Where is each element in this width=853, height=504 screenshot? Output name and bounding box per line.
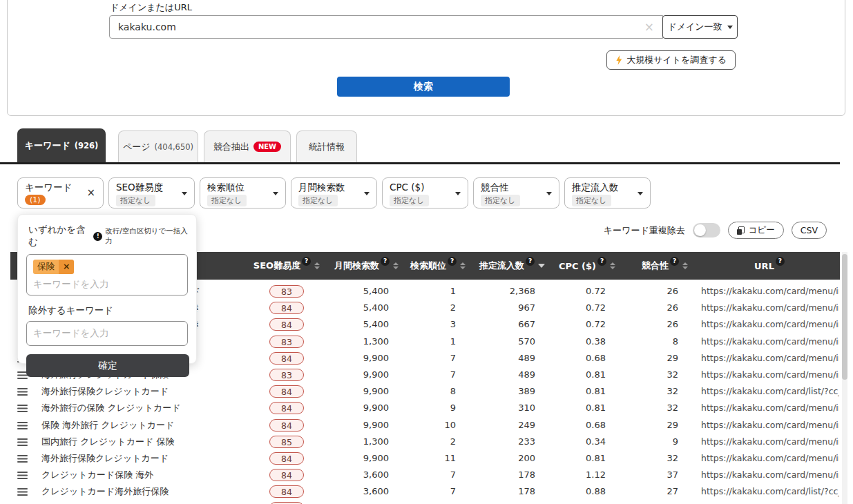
filter-dropdown[interactable]: 推定流入数 指定なし (564, 177, 651, 209)
filter-bar: キーワード (1) × SEO難易度 指定なし 検索順位 指定なし 月 (17, 177, 651, 209)
table-row[interactable]: クレジットカード海外旅行保険 84 3,600 7 178 0.88 27 ht… (10, 483, 840, 500)
table-row[interactable]: 海外旅行保険クレジットカード 84 9,900 8 389 0.81 32 ht… (10, 383, 840, 400)
url-cell[interactable]: https://kakaku.com/card/menu/ins-c (701, 333, 839, 350)
competition-cell: 32 (606, 367, 678, 383)
competition-cell: 26 (606, 316, 678, 333)
search-rank-cell: 7 (389, 350, 456, 367)
url-cell[interactable]: https://kakaku.com/card/menu/ins-c (701, 367, 839, 383)
competition-cell: 27 (606, 483, 678, 500)
keyword-cell: クレジットカード海外旅行保険 (41, 483, 169, 500)
search-rank-cell: 11 (389, 450, 456, 467)
drag-handle-icon[interactable] (17, 388, 28, 389)
search-button[interactable]: 検索 (337, 77, 510, 97)
url-cell[interactable]: https://kakaku.com/card/menu/ins-c (701, 350, 839, 367)
help-icon[interactable]: ? (302, 257, 311, 266)
help-icon[interactable]: ? (381, 257, 390, 266)
search-rank-cell: 10 (389, 417, 456, 434)
table-row[interactable]: 海外旅行保険クレジットカード 84 9,900 11 200 0.81 32 h… (10, 450, 840, 467)
filter-dropdown[interactable]: 検索順位 指定なし (200, 177, 286, 209)
cpc-cell: 0.38 (535, 333, 606, 350)
competition-cell: 29 (606, 417, 678, 434)
search-rank-cell: 3 (389, 316, 456, 333)
filter-value-chip: 指定なし (481, 195, 520, 206)
monthly-volume-cell: 1,300 (314, 434, 389, 450)
help-icon[interactable]: ? (597, 257, 606, 266)
monthly-volume-cell: 9,900 (314, 383, 389, 400)
tab-count: (926) (75, 141, 99, 151)
table-row[interactable]: 84 (10, 500, 840, 504)
url-cell[interactable]: https://kakaku.com/card/menu/ins-c (701, 400, 839, 416)
exclude-keywords-input[interactable]: キーワードを入力 (26, 321, 188, 346)
clear-input-icon[interactable]: × (644, 21, 654, 33)
table-row[interactable]: 国内旅行 クレジットカード 保険 85 1,300 2 233 0.34 9 h… (10, 434, 840, 450)
header-cpc[interactable]: CPC ($) ? (545, 252, 615, 280)
search-rank-cell: 7 (389, 467, 456, 483)
help-icon[interactable]: ? (670, 257, 679, 266)
header-monthly-volume[interactable]: 月間検索数 ? (314, 252, 399, 280)
confirm-button[interactable]: 確定 (26, 354, 189, 377)
cpc-cell: 0.34 (535, 434, 606, 450)
drag-handle-icon[interactable] (17, 488, 28, 490)
filter-dropdown[interactable]: 競合性 指定なし (473, 177, 559, 209)
bulk-input-hint: 改行/空白区切りで一括入力 (105, 226, 189, 246)
competition-cell: 32 (606, 450, 678, 467)
drag-handle-icon[interactable] (17, 438, 28, 440)
large-site-button[interactable]: 大規模サイトを調査する (606, 50, 736, 70)
drag-handle-icon[interactable] (17, 405, 28, 406)
seo-difficulty-badge: 83 (269, 369, 304, 381)
seo-difficulty-badge: 84 (269, 302, 304, 314)
competition-cell: 32 (606, 383, 678, 400)
csv-button[interactable]: CSV (792, 222, 827, 239)
url-cell[interactable]: https://kakaku.com/card/menu/ins-c (701, 467, 839, 483)
url-cell[interactable]: https://kakaku.com/card/menu/ins-c (701, 417, 839, 434)
header-competition[interactable]: 競合性 ? (615, 252, 688, 280)
chevron-down-icon (455, 192, 461, 195)
url-cell[interactable]: https://kakaku.com/card/menu/ins-c (701, 450, 839, 467)
include-keywords-input[interactable]: 保険 × キーワードを入力 (26, 254, 188, 295)
url-cell[interactable]: https://kakaku.com/card/menu/ins-c (701, 316, 839, 333)
chevron-down-icon (364, 192, 370, 195)
table-row[interactable]: 海外旅行の保険 クレジットカード 84 9,900 9 310 0.81 32 … (10, 400, 840, 416)
url-cell[interactable]: https://kakaku.com/card/list/?cc_abi (701, 383, 839, 400)
domain-input[interactable]: kakaku.com × (109, 15, 663, 39)
keyword-cell: 海外旅行の保険 クレジットカード (41, 400, 181, 416)
table-row[interactable]: 保険 海外旅行 クレジットカード 84 9,900 10 249 0.68 29… (10, 417, 840, 434)
tab-competitors[interactable]: 競合抽出 NEW (204, 130, 291, 162)
scrollbar-thumb[interactable] (842, 254, 847, 380)
competition-cell: 26 (606, 283, 678, 300)
help-icon[interactable]: ? (448, 257, 457, 266)
tab-pages[interactable]: ページ (404,650) (118, 130, 198, 162)
seo-difficulty-badge: 84 (269, 385, 304, 398)
filter-dropdown[interactable]: SEO難易度 指定なし (108, 177, 195, 209)
tab-statistics[interactable]: 統計情報 (296, 130, 357, 162)
dedupe-toggle[interactable] (693, 223, 720, 238)
url-cell[interactable]: https://kakaku.com/card/menu/ins-c (701, 300, 839, 316)
tab-keywords[interactable]: キーワード (926) (17, 128, 106, 162)
filter-clear-icon[interactable]: × (86, 186, 95, 199)
remove-tag-icon[interactable]: × (59, 260, 74, 274)
url-cell[interactable]: https://kakaku.com/card/menu/ins-c (701, 283, 839, 300)
filter-keyword[interactable]: キーワード (1) × (17, 177, 104, 209)
url-cell[interactable]: https://kakaku.com/card/menu/ins-c (701, 434, 839, 450)
filter-label: 競合性 (481, 182, 509, 194)
competition-cell: 9 (606, 434, 678, 450)
table-row[interactable]: クレジットカード保険 海外 84 3,600 7 178 1.12 37 htt… (10, 467, 840, 483)
header-url[interactable]: URL ? (701, 252, 838, 280)
estimated-inflow-cell: 178 (456, 483, 535, 500)
help-icon[interactable]: ? (776, 257, 785, 266)
header-estimated-inflow[interactable]: 推定流入数 ? (466, 252, 545, 280)
chevron-down-icon (182, 192, 187, 195)
url-cell[interactable]: https://kakaku.com/card/list/?cc_abi (701, 483, 839, 500)
estimated-inflow-cell: 200 (456, 450, 535, 467)
drag-handle-icon[interactable] (17, 472, 28, 473)
match-type-select[interactable]: ドメイン一致 (662, 15, 738, 39)
drag-handle-icon[interactable] (17, 422, 28, 423)
filter-dropdown[interactable]: CPC ($) 指定なし (382, 177, 468, 209)
help-icon[interactable]: ? (526, 257, 535, 266)
filter-dropdown[interactable]: 月間検索数 指定なし (291, 177, 377, 209)
keyword-cell: クレジットカード保険 海外 (41, 467, 153, 483)
drag-handle-icon[interactable] (17, 455, 28, 456)
header-search-rank[interactable]: 検索順位 ? (399, 252, 466, 280)
cpc-cell: 0.72 (535, 316, 606, 333)
copy-button[interactable]: コピー (728, 222, 784, 239)
